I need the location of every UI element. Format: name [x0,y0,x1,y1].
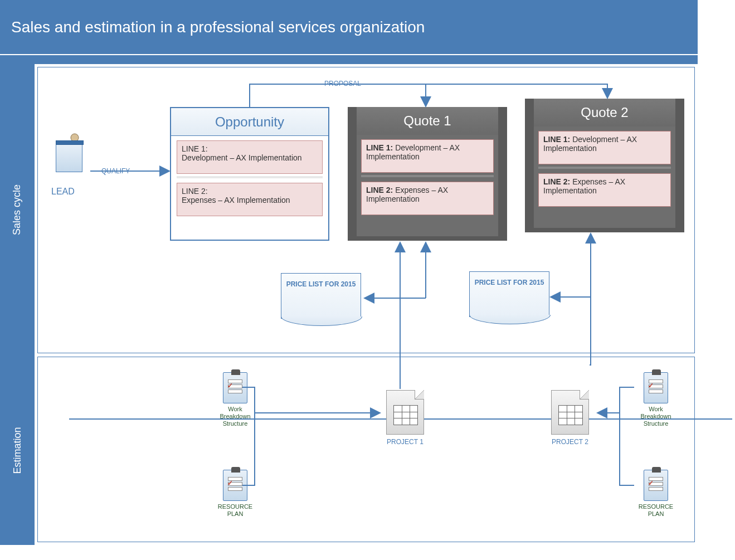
diagram-canvas: Sales and estimation in a professional s… [0,0,735,560]
opportunity-line1-desc: Development – AX Implementation [182,153,302,162]
lead-icon [56,143,90,184]
quote1-line2: LINE 2: Expenses – AX Implementation [361,182,494,215]
lead-label: LEAD [51,187,75,197]
resplan1-icon: RESOURCE PLAN [216,470,255,525]
wbs2-icon: Work Breakdown Structure [636,372,675,428]
swimlane-sales-label: Sales cycle [0,64,35,356]
separator [177,176,323,178]
quote2-box: Quote 2 LINE 1: Development – AX Impleme… [525,99,684,232]
content-area: LEAD Opportunity LINE 1: Development – A… [35,64,698,545]
title-bar: Sales and estimation in a professional s… [0,0,698,54]
flow-qualify-label: QUALIFY [101,167,130,175]
quote1-line2-label: LINE 2: [366,186,393,194]
page-title: Sales and estimation in a professional s… [11,18,425,36]
opportunity-title: Opportunity [171,108,328,136]
resplan2-label: RESOURCE PLAN [636,503,675,518]
wbs2-label: Work Breakdown Structure [636,406,675,428]
quote2-line1: LINE 1: Development – AX Implementation [538,131,671,164]
quote2-title: Quote 2 [534,99,675,126]
opportunity-line2-label: LINE 2: [182,187,318,196]
quote1-title: Quote 1 [357,107,498,135]
pricelist2-icon: PRICE LIST FOR 2015 [469,271,549,324]
opportunity-box: Opportunity LINE 1: Development – AX Imp… [170,107,329,241]
project2-icon: PROJECT 2 [546,390,594,446]
quote1-line1-label: LINE 1: [366,143,393,152]
quote2-line2-label: LINE 2: [543,177,570,186]
estimation-area [37,357,695,542]
title-band [0,54,698,64]
swimlane-estimation-label: Estimation [0,356,35,545]
swimlane-sales-text: Sales cycle [12,184,23,235]
pricelist2-label: PRICE LIST FOR 2015 [469,271,549,317]
quote1-box: Quote 1 LINE 1: Development – AX Impleme… [348,107,507,241]
separator [361,175,494,177]
project1-icon: PROJECT 1 [381,390,429,446]
opportunity-line1-label: LINE 1: [182,144,318,153]
quote2-line1-label: LINE 1: [543,135,570,144]
swimlane-estimation-text: Estimation [12,427,23,474]
flow-proposal-label: PROPOSAL [324,80,361,87]
opportunity-line2: LINE 2: Expenses – AX Implementation [177,183,323,216]
wbs1-label: Work Breakdown Structure [216,406,255,428]
quote1-line1: LINE 1: Development – AX Implementation [361,139,494,173]
wbs1-icon: Work Breakdown Structure [216,372,255,428]
resplan2-icon: RESOURCE PLAN [636,470,675,525]
opportunity-line2-desc: Expenses – AX Implementation [182,196,290,204]
separator [538,167,671,169]
project1-label: PROJECT 1 [381,438,429,446]
quote2-line2: LINE 2: Expenses – AX Implementation [538,173,671,207]
pricelist1-label: PRICE LIST FOR 2015 [281,273,361,319]
opportunity-line1: LINE 1: Development – AX Implementation [177,140,323,174]
resplan1-label: RESOURCE PLAN [216,503,255,518]
project2-label: PROJECT 2 [546,438,594,446]
pricelist1-icon: PRICE LIST FOR 2015 [281,273,361,325]
